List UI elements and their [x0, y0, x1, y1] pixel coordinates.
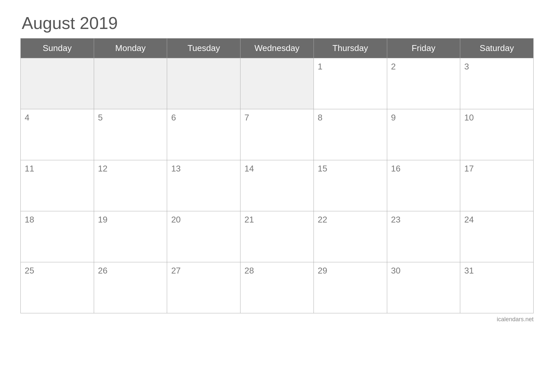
day-number: 7 [244, 113, 310, 123]
header-tuesday: Tuesday [167, 39, 240, 58]
day-number: 26 [98, 266, 163, 276]
calendar-cell [167, 58, 240, 109]
calendar-cell: 4 [21, 109, 94, 160]
calendar-cell: 30 [387, 262, 460, 313]
calendar-cell: 14 [240, 160, 314, 211]
day-number: 16 [391, 164, 456, 174]
day-number: 6 [171, 113, 236, 123]
calendar-cell: 6 [167, 109, 240, 160]
calendar-cell: 2 [387, 58, 460, 109]
day-number: 24 [464, 215, 529, 225]
calendar-cell: 26 [94, 262, 167, 313]
calendar-cell: 10 [460, 109, 534, 160]
header-sunday: Sunday [21, 39, 94, 58]
calendar-cell: 27 [167, 262, 240, 313]
calendar-cell: 9 [387, 109, 460, 160]
calendar-container: August 2019 SundayMondayTuesdayWednesday… [20, 13, 534, 323]
calendar-cell: 16 [387, 160, 460, 211]
calendar-cell: 21 [240, 211, 314, 262]
calendar-cell: 13 [167, 160, 240, 211]
day-number: 23 [391, 215, 456, 225]
calendar-cell: 20 [167, 211, 240, 262]
calendar-cell: 25 [21, 262, 94, 313]
day-number: 21 [244, 215, 310, 225]
day-number: 12 [98, 164, 163, 174]
day-number: 20 [171, 215, 236, 225]
watermark: icalendars.net [20, 316, 534, 323]
calendar-cell [21, 58, 94, 109]
calendar-cell: 28 [240, 262, 314, 313]
day-number: 1 [318, 62, 383, 72]
calendar-table: SundayMondayTuesdayWednesdayThursdayFrid… [20, 38, 534, 313]
calendar-cell [94, 58, 167, 109]
day-number: 14 [244, 164, 310, 174]
calendar-cell: 11 [21, 160, 94, 211]
calendar-cell: 5 [94, 109, 167, 160]
calendar-cell: 19 [94, 211, 167, 262]
calendar-cell: 24 [460, 211, 534, 262]
calendar-cell: 3 [460, 58, 534, 109]
calendar-cell: 7 [240, 109, 314, 160]
calendar-header-row: SundayMondayTuesdayWednesdayThursdayFrid… [21, 39, 534, 58]
header-thursday: Thursday [314, 39, 387, 58]
day-number: 19 [98, 215, 163, 225]
calendar-week-row: 11121314151617 [21, 160, 534, 211]
day-number: 15 [318, 164, 383, 174]
calendar-cell: 29 [314, 262, 387, 313]
day-number: 2 [391, 62, 456, 72]
calendar-cell [240, 58, 314, 109]
header-wednesday: Wednesday [240, 39, 314, 58]
calendar-week-row: 45678910 [21, 109, 534, 160]
calendar-week-row: 25262728293031 [21, 262, 534, 313]
day-number: 25 [25, 266, 90, 276]
day-number: 4 [25, 113, 90, 123]
calendar-cell: 22 [314, 211, 387, 262]
day-number: 29 [318, 266, 383, 276]
day-number: 9 [391, 113, 456, 123]
day-number: 3 [464, 62, 529, 72]
calendar-cell: 31 [460, 262, 534, 313]
calendar-cell: 1 [314, 58, 387, 109]
calendar-cell: 23 [387, 211, 460, 262]
day-number: 22 [318, 215, 383, 225]
day-number: 5 [98, 113, 163, 123]
header-monday: Monday [94, 39, 167, 58]
calendar-title: August 2019 [20, 13, 534, 33]
calendar-week-row: 123 [21, 58, 534, 109]
calendar-cell: 12 [94, 160, 167, 211]
day-number: 11 [25, 164, 90, 174]
day-number: 13 [171, 164, 236, 174]
header-saturday: Saturday [460, 39, 534, 58]
day-number: 31 [464, 266, 529, 276]
header-friday: Friday [387, 39, 460, 58]
day-number: 18 [25, 215, 90, 225]
calendar-cell: 17 [460, 160, 534, 211]
day-number: 27 [171, 266, 236, 276]
calendar-cell: 15 [314, 160, 387, 211]
day-number: 30 [391, 266, 456, 276]
day-number: 8 [318, 113, 383, 123]
day-number: 10 [464, 113, 529, 123]
calendar-cell: 8 [314, 109, 387, 160]
day-number: 28 [244, 266, 310, 276]
calendar-week-row: 18192021222324 [21, 211, 534, 262]
calendar-cell: 18 [21, 211, 94, 262]
day-number: 17 [464, 164, 529, 174]
